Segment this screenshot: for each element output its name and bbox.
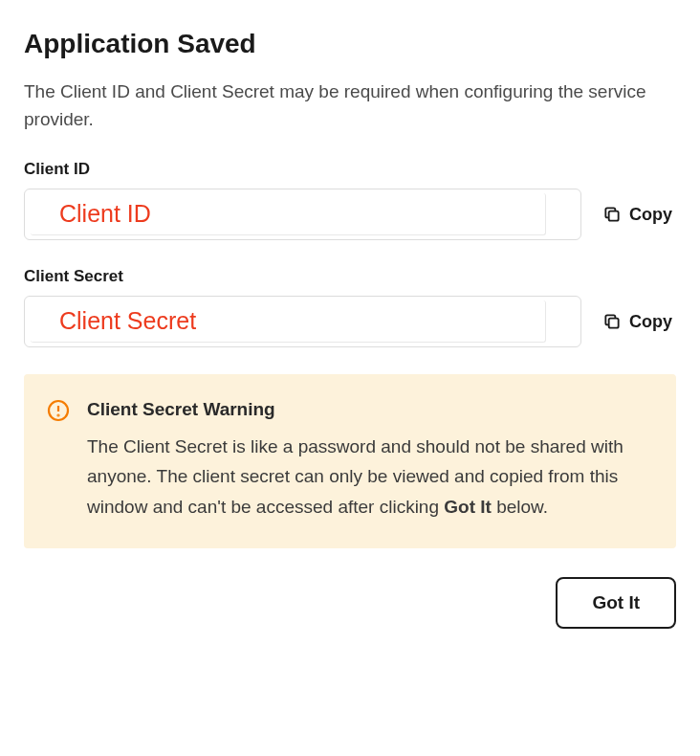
warning-title: Client Secret Warning — [87, 399, 649, 420]
client-id-label: Client ID — [24, 160, 676, 179]
warning-text: The Client Secret is like a password and… — [87, 432, 649, 522]
client-secret-value: Client Secret — [31, 307, 196, 335]
copy-client-secret-button[interactable]: Copy — [599, 308, 676, 336]
client-id-input[interactable]: Client ID — [24, 189, 581, 240]
description-text: The Client ID and Client Secret may be r… — [24, 78, 676, 133]
client-secret-group: Client Secret Client Secret Copy — [24, 267, 676, 347]
warning-icon — [47, 399, 70, 422]
copy-icon — [602, 205, 622, 224]
copy-label: Copy — [629, 205, 672, 225]
footer: Got It — [24, 577, 676, 629]
svg-point-4 — [58, 415, 59, 416]
copy-label: Copy — [629, 312, 672, 332]
svg-rect-1 — [609, 319, 619, 328]
page-title: Application Saved — [24, 29, 676, 59]
copy-client-id-button[interactable]: Copy — [599, 201, 676, 229]
client-secret-label: Client Secret — [24, 267, 676, 286]
client-secret-input[interactable]: Client Secret — [24, 296, 581, 347]
client-id-group: Client ID Client ID Copy — [24, 160, 676, 240]
svg-rect-0 — [609, 211, 619, 221]
client-id-value: Client ID — [31, 200, 151, 228]
copy-icon — [602, 312, 622, 331]
warning-box: Client Secret Warning The Client Secret … — [24, 374, 676, 548]
got-it-button[interactable]: Got It — [556, 577, 676, 629]
